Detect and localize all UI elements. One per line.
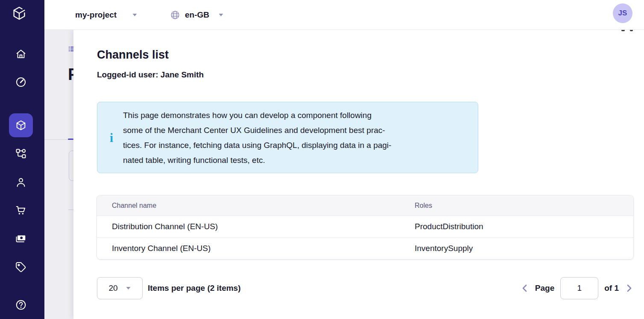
items-per-page-value: 20: [108, 284, 117, 293]
list-icon: [69, 46, 73, 52]
table-row[interactable]: Inventory Channel (EN-US) InventorySuppl…: [97, 237, 633, 259]
user-avatar[interactable]: JS: [613, 3, 632, 23]
items-per-page-select[interactable]: 20: [97, 277, 143, 299]
sidebar-item-customers[interactable]: [9, 171, 33, 195]
cell-channel-name: Distribution Channel (EN-US): [97, 222, 400, 231]
chevron-down-icon: [132, 13, 138, 17]
info-text-line: some of the Merchant Center UX Guideline…: [123, 123, 469, 138]
logo-cube-icon: [11, 5, 27, 22]
cart-icon: [15, 204, 27, 216]
chevron-left-icon[interactable]: [521, 284, 529, 293]
sidebar-item-dashboard[interactable]: [9, 70, 33, 94]
page-title: Channels list: [97, 48, 169, 62]
info-text-line: tices. For instance, fetching data using…: [123, 138, 469, 153]
cell-roles: ProductDistribution: [400, 222, 633, 231]
background-page-strip: P: [44, 30, 73, 319]
sidebar-item-categories[interactable]: [9, 142, 33, 165]
chevron-down-icon: [218, 13, 224, 17]
table-row[interactable]: Distribution Channel (EN-US) ProductDist…: [97, 216, 633, 237]
tag-icon: [15, 261, 27, 273]
sidebar-item-payments[interactable]: [9, 227, 33, 251]
background-page-title: P: [68, 65, 73, 84]
locale-name: en-GB: [185, 10, 209, 20]
question-icon: [15, 299, 27, 311]
channels-panel: Channels list Logged-id user: Jane Smith…: [73, 30, 644, 319]
globe-icon: [170, 10, 180, 20]
info-icon: i: [110, 131, 113, 144]
sidebar: [0, 0, 44, 319]
sidebar-item-products-active[interactable]: [9, 113, 33, 137]
items-per-page-group: 20 Items per page (2 items): [97, 277, 241, 299]
hierarchy-icon: [15, 148, 27, 160]
project-switcher[interactable]: my-project: [75, 0, 138, 30]
page-navigation-group: Page of 1: [521, 277, 633, 299]
table-header-row: Channel name Roles: [97, 195, 633, 216]
column-header-roles: Roles: [400, 202, 633, 210]
app-screen: my-project en-GB JS: [0, 0, 644, 319]
column-header-channel-name: Channel name: [97, 202, 400, 210]
background-search-field-fragment: [69, 151, 73, 181]
page-label: Page: [535, 284, 554, 293]
info-text-line: nated table, writing functional tests, e…: [123, 153, 469, 168]
home-icon: [15, 48, 27, 60]
chevron-down-icon: [126, 287, 131, 290]
sidebar-item-discounts[interactable]: [9, 255, 33, 279]
pagination-bar: 20 Items per page (2 items) Page of 1: [97, 277, 633, 299]
person-icon: [15, 177, 27, 189]
items-per-page-label: Items per page (2 items): [148, 284, 241, 293]
chevron-right-icon[interactable]: [625, 284, 633, 293]
clipped-ui-fragment: [621, 30, 625, 31]
gauge-icon: [15, 76, 27, 88]
channels-table: Channel name Roles Distribution Channel …: [97, 195, 633, 259]
banknote-icon: [15, 233, 27, 245]
logged-in-user-text: Logged-id user: Jane Smith: [97, 69, 204, 80]
cube-icon: [15, 119, 27, 131]
locale-switcher[interactable]: en-GB: [170, 0, 224, 30]
info-notification: i This page demonstrates how you can dev…: [97, 102, 478, 173]
project-name: my-project: [75, 10, 117, 20]
info-text-line: This page demonstrates how you can devel…: [123, 108, 469, 123]
sidebar-item-help[interactable]: [9, 293, 33, 317]
avatar-initials: JS: [618, 9, 627, 18]
topbar: my-project en-GB JS: [44, 0, 644, 30]
cell-channel-name: Inventory Channel (EN-US): [97, 244, 400, 253]
page-of-label: of 1: [604, 284, 619, 293]
page-number-input[interactable]: [560, 277, 598, 299]
background-active-tab-underline: [68, 139, 73, 140]
background-row-divider: [68, 210, 73, 210]
cell-roles: InventorySupply: [400, 244, 633, 253]
sidebar-item-orders[interactable]: [9, 198, 33, 222]
clipped-ui-fragment: [630, 30, 633, 31]
sidebar-item-home[interactable]: [9, 42, 33, 66]
app-logo[interactable]: [11, 5, 27, 22]
